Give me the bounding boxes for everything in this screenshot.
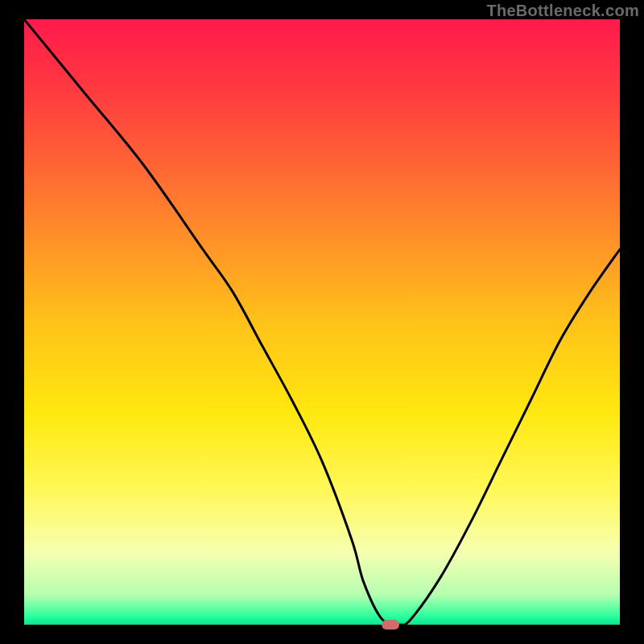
watermark-text: TheBottleneck.com xyxy=(486,2,639,20)
bottleneck-chart xyxy=(0,0,644,644)
optimal-point-marker xyxy=(382,620,399,630)
plot-background xyxy=(24,19,620,625)
chart-frame: TheBottleneck.com xyxy=(0,0,644,644)
